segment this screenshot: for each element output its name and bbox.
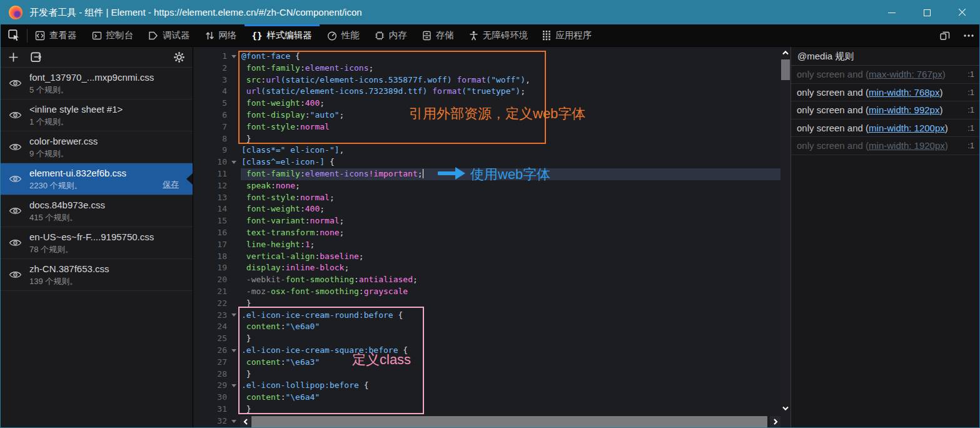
code-line[interactable]: 13 font-style:normal; <box>193 192 780 204</box>
media-rule-line-number[interactable]: :1 <box>967 88 974 97</box>
code-line[interactable]: 8 } <box>193 133 780 145</box>
scroll-right-button[interactable] <box>770 416 780 427</box>
code-line[interactable]: 15 font-variant:normal; <box>193 215 780 227</box>
stylesheet-item[interactable]: docs.84b973e.css415 个规则。 <box>1 195 193 227</box>
meatball-menu-button[interactable] <box>958 24 979 46</box>
fold-arrow-icon[interactable] <box>231 313 236 317</box>
maximize-button[interactable] <box>909 1 944 24</box>
media-rule-link[interactable]: min-width: 1200px <box>869 123 945 133</box>
code-token: ; <box>320 98 325 108</box>
scroll-left-button[interactable] <box>240 416 251 427</box>
visibility-eye-icon[interactable] <box>9 175 22 183</box>
media-rule-link[interactable]: min-width: 768px <box>869 87 939 98</box>
code-line[interactable]: 26.el-icon-ice-cream-square:before { <box>193 345 780 357</box>
media-rule-link[interactable]: min-width: 1920px <box>869 140 945 151</box>
code-line[interactable]: 18 vertical-align:baseline; <box>193 251 780 263</box>
stylesheet-item[interactable]: font_137970_...mxp9cnmi.css5 个规则。 <box>1 68 193 99</box>
fold-column <box>227 404 241 415</box>
minimize-button[interactable] <box>874 1 909 24</box>
code-line[interactable]: 7 font-style:normal <box>193 121 780 133</box>
code-token: font-smoothing <box>285 275 354 284</box>
media-rule-line-number[interactable]: :1 <box>967 69 974 79</box>
media-rule-suffix: ) <box>939 87 942 98</box>
visibility-eye-icon[interactable] <box>9 206 22 215</box>
code-line[interactable]: 31 } <box>193 404 780 415</box>
code-line[interactable]: 12 speak:none; <box>193 180 780 192</box>
fold-arrow-icon[interactable] <box>231 161 236 164</box>
visibility-eye-icon[interactable] <box>9 143 22 151</box>
visibility-eye-icon[interactable] <box>9 111 22 120</box>
code-line[interactable]: 17 line-height:1; <box>193 239 780 251</box>
fold-arrow-icon[interactable] <box>231 349 236 352</box>
code-line[interactable]: 19 display:inline-block; <box>193 262 780 274</box>
import-stylesheet-button[interactable] <box>30 51 43 63</box>
code-line[interactable]: 1@font-face { <box>193 51 780 63</box>
tab-console[interactable]: 控制台 <box>84 24 141 46</box>
tab-style-editor[interactable]: {}样式编辑器 <box>245 24 320 46</box>
code-line[interactable]: 24 content:"\e6a0" <box>193 321 780 333</box>
vertical-scrollbar-thumb[interactable] <box>781 59 790 80</box>
scroll-up-button[interactable] <box>780 48 791 58</box>
fold-arrow-icon[interactable] <box>231 55 236 58</box>
code-line[interactable]: 23.el-icon-ice-cream-round:before { <box>193 310 780 322</box>
options-gear-button[interactable] <box>173 51 185 63</box>
code-line[interactable]: 2 font-family:element-icons; <box>193 63 780 74</box>
scroll-down-button[interactable] <box>780 403 791 413</box>
stylesheet-info: zh-CN.387f653.css139 个规则。 <box>29 263 109 287</box>
responsive-mode-button[interactable] <box>932 24 958 46</box>
stylesheet-item[interactable]: color-brewer.css9 个规则。 <box>1 131 193 163</box>
code-line[interactable]: 5 font-weight:400; <box>193 98 780 110</box>
code-line[interactable]: 14 font-weight:400; <box>193 203 780 215</box>
code-line[interactable]: 28 } <box>193 369 780 380</box>
code-line[interactable]: 21 -moz-osx-font-smoothing:grayscale <box>193 286 780 298</box>
code-token <box>241 204 246 213</box>
horizontal-scrollbar[interactable] <box>240 416 780 427</box>
media-rule-link[interactable]: min-width: 992px <box>869 104 939 115</box>
code-line[interactable]: 3 src:url(static/element-icons.535877f.w… <box>193 74 780 86</box>
code-line[interactable]: 27 content:"\e6a3" <box>193 357 780 369</box>
code-line[interactable]: 29.el-icon-lollipop:before { <box>193 380 780 392</box>
code-line[interactable]: 11 font-family:element-icons!important; <box>193 168 780 180</box>
visibility-eye-icon[interactable] <box>9 270 22 279</box>
stylesheet-item[interactable]: element-ui.832ef6b.css2230 个规则。保存 <box>1 163 193 195</box>
code-token: } <box>241 404 251 414</box>
tab-memory[interactable]: 内存 <box>367 24 415 46</box>
stylesheet-item[interactable]: zh-CN.387f653.css139 个规则。 <box>1 259 193 291</box>
code-text: line-height:1; <box>241 239 780 251</box>
tab-accessibility[interactable]: 无障碍环境 <box>462 24 536 46</box>
code-line[interactable]: 9[class*=" el-icon-"], <box>193 145 780 156</box>
stylesheet-item[interactable]: en-US~es~fr-F....9195750.css78 个规则。 <box>1 227 193 259</box>
vertical-scrollbar[interactable] <box>780 47 791 428</box>
tab-inspector[interactable]: 查看器 <box>28 24 84 46</box>
fold-arrow-icon[interactable] <box>231 420 236 423</box>
code-line[interactable]: 25 } <box>193 333 780 345</box>
media-rule-line-number[interactable]: :1 <box>967 123 974 133</box>
code-token: format <box>432 86 462 96</box>
code-line[interactable]: 4 url(static/element-icons.732389d.ttf) … <box>193 86 780 98</box>
style-editor-code[interactable]: 1@font-face {2 font-family:element-icons… <box>193 47 780 428</box>
tab-debugger[interactable]: 调试器 <box>141 24 198 46</box>
tab-network[interactable]: 网络 <box>198 24 245 46</box>
close-button[interactable] <box>944 1 979 24</box>
code-line[interactable]: 6 font-display:"auto"; <box>193 110 780 121</box>
pick-element-button[interactable] <box>1 24 27 46</box>
fold-arrow-icon[interactable] <box>231 384 236 387</box>
code-line[interactable]: 30 content:"\e6a4" <box>193 392 780 404</box>
media-rule-line-number[interactable]: :1 <box>967 141 974 150</box>
media-rule-link[interactable]: max-width: 767px <box>869 69 942 79</box>
stylesheet-item[interactable]: <inline style sheet #1>1 个规则。 <box>1 99 193 131</box>
tab-application[interactable]: 应用程序 <box>535 24 599 46</box>
new-stylesheet-button[interactable] <box>8 52 19 63</box>
code-line[interactable]: 20 -webkit-font-smoothing:antialiased; <box>193 274 780 286</box>
media-rule-line-number[interactable]: :1 <box>967 105 974 115</box>
tab-storage[interactable]: 存储 <box>415 24 462 46</box>
horizontal-scrollbar-thumb[interactable] <box>251 416 767 427</box>
media-rule-row: only screen and (max-width: 767px):1 <box>791 66 980 84</box>
code-line[interactable]: 10[class^=el-icon-] { <box>193 156 780 168</box>
save-link[interactable]: 保存 <box>163 179 179 190</box>
tab-performance[interactable]: 性能 <box>320 24 367 46</box>
code-line[interactable]: 22 } <box>193 298 780 310</box>
visibility-eye-icon[interactable] <box>9 79 22 88</box>
visibility-eye-icon[interactable] <box>9 238 22 247</box>
code-line[interactable]: 16 text-transform:none; <box>193 227 780 239</box>
